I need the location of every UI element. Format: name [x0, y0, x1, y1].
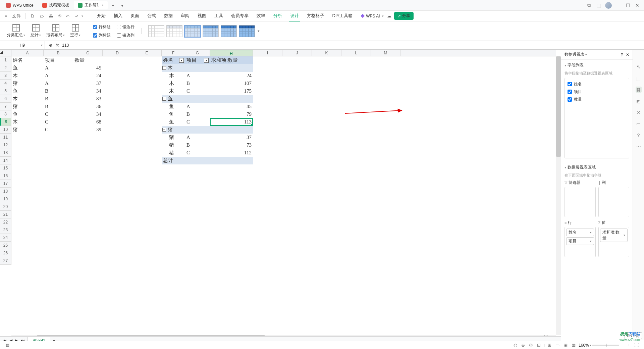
- tab-page[interactable]: 页面: [129, 11, 141, 21]
- area-row[interactable]: 姓名▾ 项目▾: [565, 227, 596, 257]
- tab-member[interactable]: 会员专享: [230, 11, 250, 21]
- tab-review[interactable]: 审阅: [179, 11, 191, 21]
- book-side-icon[interactable]: ▭: [636, 121, 642, 127]
- menu-file[interactable]: 文件: [10, 12, 23, 20]
- field-list[interactable]: 姓名 项目 数量: [565, 78, 629, 158]
- app-tab-template[interactable]: 找稻壳模板: [38, 1, 73, 9]
- window-close-icon[interactable]: ✕: [635, 3, 640, 8]
- style-4[interactable]: [203, 25, 219, 37]
- status-square-icon[interactable]: ⊡: [537, 343, 541, 348]
- field-item[interactable]: 项目: [567, 88, 627, 96]
- status-plus-icon[interactable]: ⊕: [521, 343, 525, 348]
- chip-value-sum[interactable]: 求和项:数量▾: [600, 229, 628, 242]
- tab-analysis[interactable]: 分析: [272, 11, 283, 21]
- vertical-scrollbar[interactable]: [556, 56, 561, 335]
- share-button[interactable]: ↗ 分享: [394, 12, 414, 20]
- avatar[interactable]: [605, 2, 612, 9]
- view-icon-4[interactable]: ▦: [572, 343, 576, 348]
- check-row-header[interactable]: 行标题: [93, 23, 111, 31]
- tab-efficiency[interactable]: 效率: [255, 11, 267, 21]
- new-tab-button[interactable]: +: [110, 3, 116, 8]
- row-headers[interactable]: 1234567891011121314151617181920212223242…: [0, 56, 11, 265]
- tools-side-icon[interactable]: ✕: [636, 109, 642, 115]
- area-column[interactable]: [598, 187, 630, 217]
- zoom-out-icon[interactable]: −: [621, 343, 624, 348]
- tab-list-icon[interactable]: ▾: [120, 3, 125, 8]
- zoom-in-icon[interactable]: +: [628, 343, 630, 348]
- window-restore-icon[interactable]: ⧉: [586, 3, 592, 8]
- style-2[interactable]: [166, 25, 182, 37]
- view-icon-1[interactable]: ⊞: [548, 343, 551, 348]
- more-side-icon[interactable]: ⋯: [636, 144, 642, 150]
- window-minimize-icon[interactable]: —: [616, 3, 621, 8]
- name-box[interactable]: H9▾: [0, 41, 45, 49]
- pivot-side-icon[interactable]: ▦: [636, 87, 642, 93]
- group-blank[interactable]: 空行▾: [68, 24, 83, 38]
- style-5[interactable]: [221, 25, 237, 37]
- select-all-corner[interactable]: ◢: [0, 50, 11, 56]
- app-tab-workbook[interactable]: 工作簿1•: [74, 1, 108, 9]
- qat-preview-icon[interactable]: ⟲: [56, 12, 63, 20]
- style-1[interactable]: [148, 25, 164, 37]
- style-3[interactable]: [184, 25, 201, 37]
- column-headers[interactable]: ABCDEFGHIJKLM: [11, 50, 556, 56]
- chart-side-icon[interactable]: ◩: [636, 98, 642, 104]
- view-icon-2[interactable]: ▭: [555, 343, 559, 348]
- style-6[interactable]: [239, 25, 255, 37]
- chip-row-item[interactable]: 项目▾: [566, 237, 594, 245]
- cloud-icon[interactable]: ☁: [385, 12, 393, 20]
- group-total[interactable]: 总计▾: [29, 24, 43, 38]
- area-filter[interactable]: [565, 187, 596, 217]
- chip-row-name[interactable]: 姓名▾: [566, 229, 594, 236]
- fullscreen-icon[interactable]: ⛶: [634, 343, 639, 348]
- qat-open-icon[interactable]: 🗁: [38, 12, 46, 20]
- status-target-icon[interactable]: ◎: [514, 343, 517, 348]
- formula-value[interactable]: 113: [62, 43, 69, 48]
- spreadsheet-grid[interactable]: ◢ ABCDEFGHIJKLM 123456789101112131415161…: [0, 50, 561, 340]
- tab-fangge[interactable]: 方格格子: [306, 11, 326, 21]
- dd-item[interactable]: ▾: [204, 58, 209, 63]
- zoom-level[interactable]: 160%: [579, 343, 589, 348]
- qat-more-icon[interactable]: ▾: [82, 14, 83, 18]
- hamburger-icon[interactable]: —: [636, 52, 642, 58]
- style-more-icon[interactable]: ▾: [258, 29, 260, 33]
- tab-view[interactable]: 视图: [196, 11, 208, 21]
- group-subtotal[interactable]: 分类汇总▾: [5, 24, 27, 38]
- qat-print-icon[interactable]: 🖶: [47, 12, 55, 20]
- style-side-icon[interactable]: ⬚: [636, 75, 642, 81]
- check-banded-row[interactable]: 镶边行: [117, 23, 135, 31]
- pin-icon[interactable]: ⚲: [621, 52, 624, 57]
- zoom-fx-icon[interactable]: ⊕: [49, 43, 52, 48]
- tab-tools[interactable]: 工具: [213, 11, 224, 21]
- group-layout[interactable]: 报表布局▾: [44, 24, 67, 38]
- wps-ai-button[interactable]: WPS AI▾: [361, 14, 383, 18]
- tab-diy[interactable]: DIY工具箱: [331, 11, 354, 21]
- fx-label[interactable]: fx: [56, 43, 59, 48]
- select-icon[interactable]: ↖: [636, 64, 642, 70]
- dd-name[interactable]: ▾: [179, 58, 184, 63]
- status-gear-icon[interactable]: ⚙: [529, 343, 533, 348]
- view-icon-3[interactable]: ▣: [564, 343, 568, 348]
- tab-data[interactable]: 数据: [163, 11, 174, 21]
- cells-area[interactable]: 姓名项目数量鱼A45木A24猪A37鱼B34木B83猪B36鱼C34木C68猪C…: [11, 56, 556, 335]
- qat-undo-icon[interactable]: ⤺: [64, 12, 72, 20]
- tab-start[interactable]: 开始: [96, 11, 107, 21]
- fields-hint: 将字段拖动至数据透视表区域: [561, 71, 633, 78]
- tab-insert[interactable]: 插入: [112, 11, 124, 21]
- close-panel-icon[interactable]: ✕: [626, 52, 629, 57]
- tab-formula[interactable]: 公式: [146, 11, 157, 21]
- field-qty[interactable]: 数量: [567, 96, 627, 103]
- window-maximize-icon[interactable]: ☐: [625, 3, 631, 8]
- field-name[interactable]: 姓名: [567, 80, 627, 88]
- qat-redo-icon[interactable]: ⤻: [72, 12, 80, 20]
- check-banded-col[interactable]: 镶边列: [117, 32, 135, 39]
- check-col-header[interactable]: 列标题: [93, 32, 111, 39]
- area-value[interactable]: 求和项:数量▾: [598, 227, 630, 257]
- status-grid-icon[interactable]: ▦: [5, 343, 9, 348]
- help-side-icon[interactable]: ?: [636, 132, 642, 138]
- cube-icon[interactable]: ⬚: [596, 3, 601, 8]
- app-tab-wps[interactable]: WPS Office: [2, 2, 38, 9]
- qat-new-icon[interactable]: 🗋: [29, 12, 37, 20]
- tab-design[interactable]: 设计: [289, 11, 300, 21]
- menu-icon[interactable]: ≡: [3, 12, 9, 20]
